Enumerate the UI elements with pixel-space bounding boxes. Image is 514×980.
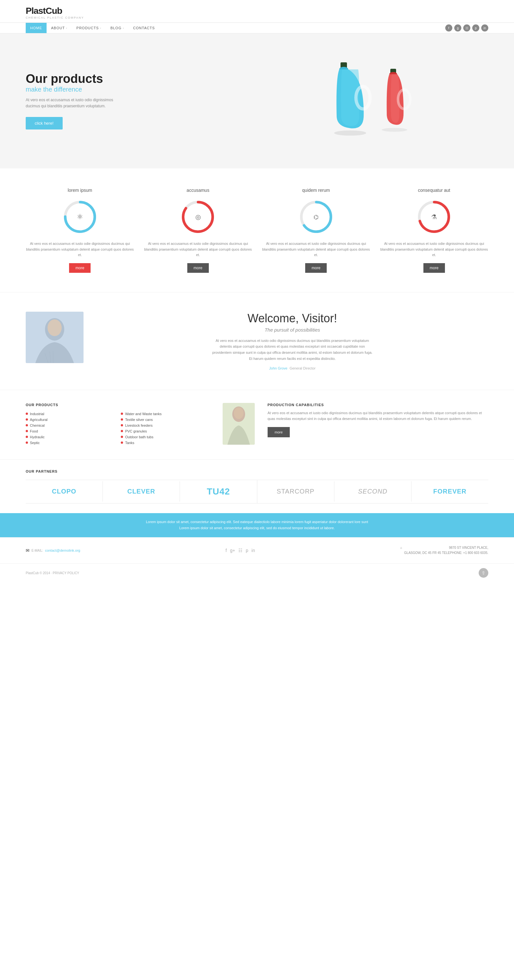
bullet-icon (26, 424, 28, 426)
footer-address: ⌂ 9870 ST VINCENT PLACE, GLASGOW, DC 45 … (400, 545, 488, 555)
bullet-icon (121, 412, 123, 415)
stat-desc-4: At vero eos et accusamus et iusto odie d… (380, 241, 489, 258)
email-icon: ✉ (26, 548, 30, 553)
partner-second: SECOND (334, 481, 412, 501)
welcome-title: Welcome, Visitor! (96, 312, 488, 325)
linkedin-icon[interactable]: in (481, 24, 488, 32)
address-line2: GLASGOW, DC 45 FR 45 TELEPHONE: +1 800 6… (404, 550, 488, 555)
email-label: E-MAIL: (32, 549, 43, 552)
facebook-icon[interactable]: f (445, 24, 452, 32)
stat-item-4: consequatur aut ⚗ At vero eos et accusam… (380, 188, 489, 273)
products-section: OUR PRODUCTS Industrial Agricultural Che… (0, 390, 514, 460)
stat-item-1: lorem ipsum ⚛ At vero eos et accusamus e… (26, 188, 134, 273)
list-item: Textile silver cans (121, 418, 210, 422)
welcome-section: Welcome, Visitor! The pursuit of possibi… (0, 292, 514, 390)
footer-pinterest-icon[interactable]: p (246, 548, 248, 553)
stat-desc-3: At vero eos et accusamus et iusto odie d… (262, 241, 371, 258)
stat-circle-2: ◎ (180, 199, 216, 235)
bullet-icon (121, 430, 123, 432)
hero-text: Our products make the difference At vero… (26, 72, 257, 129)
stat-circle-1: ⚛ (62, 199, 98, 235)
donut-chart-3: ⌬ (298, 199, 334, 235)
stat-circle-3: ⌬ (298, 199, 334, 235)
pinterest-icon[interactable]: p (472, 24, 479, 32)
nav-contacts[interactable]: CONTACTS (129, 23, 159, 33)
hero-title: Our products (26, 72, 257, 86)
stat-label-4: consequatur aut (380, 188, 489, 193)
svg-text:◎: ◎ (195, 213, 201, 220)
svg-point-7 (382, 128, 407, 132)
nav-about[interactable]: ABOUT · (46, 23, 72, 33)
bullet-icon (121, 441, 123, 444)
partners-heading: OUR PARTNERS (26, 469, 488, 473)
bottles-illustration (321, 53, 424, 149)
footer-social-icons: f g+ ☷ p in (226, 548, 255, 553)
products-heading: OUR PRODUCTS (26, 403, 210, 407)
svg-text:⚗: ⚗ (431, 213, 437, 220)
donut-chart-4: ⚗ (416, 199, 452, 235)
nav-products[interactable]: PRODUCTS · (72, 23, 106, 33)
scroll-to-top-button[interactable]: ⇧ (479, 568, 488, 578)
products-columns: Industrial Agricultural Chemical Food Hy… (26, 412, 210, 447)
list-item: Industrial (26, 412, 115, 416)
stat-desc-1: At vero eos et accusamus et iusto odie d… (26, 241, 134, 258)
welcome-author-line: John Grove General Director (96, 366, 488, 371)
bullet-icon (26, 441, 28, 444)
google-plus-icon[interactable]: g (454, 24, 461, 32)
list-item: Tanks (121, 441, 210, 445)
list-item: Hydraulic (26, 435, 115, 439)
welcome-author: John Grove (269, 366, 288, 370)
list-item: Food (26, 429, 115, 433)
stat-btn-1[interactable]: more (69, 263, 91, 273)
partner-starcorp: STARCORP (257, 481, 334, 501)
partners-section: OUR PARTNERS CLOPO CLEVER TU42 STARCORP … (0, 460, 514, 513)
donut-chart-1: ⚛ (62, 199, 98, 235)
social-icons: f g ☷ p in (445, 24, 488, 32)
email-link[interactable]: contact@demolink.org (45, 549, 80, 552)
donut-chart-2: ◎ (180, 199, 216, 235)
bullet-icon (26, 430, 28, 432)
rss-icon[interactable]: ☷ (463, 24, 470, 32)
stat-item-3: quidem rerum ⌬ At vero eos et accusamus … (262, 188, 371, 273)
welcome-image (26, 312, 84, 363)
partner-forever: FOREVER (412, 481, 488, 501)
stat-circle-4: ⚗ (416, 199, 452, 235)
capabilities-more-button[interactable]: more (267, 427, 290, 437)
hero-cta-button[interactable]: click here! (26, 117, 63, 129)
brand-tagline: CHEMICAL PLASTIC COMPANY (26, 16, 84, 19)
bullet-icon (121, 436, 123, 438)
footer-google-icon[interactable]: g+ (230, 548, 235, 553)
nav-blog[interactable]: BLOG · (106, 23, 129, 33)
bullet-icon (26, 418, 28, 421)
footer-rss-icon[interactable]: ☷ (239, 548, 243, 553)
hero-section: Our products make the difference At vero… (0, 33, 514, 169)
stat-btn-3[interactable]: more (305, 263, 327, 273)
footer-email-section: ✉ E-MAIL: contact@demolink.org (26, 548, 80, 553)
stat-label-2: accusamus (144, 188, 253, 193)
stat-item-2: accusamus ◎ At vero eos et accusamus et … (144, 188, 253, 273)
footer-linkedin-icon[interactable]: in (251, 548, 255, 553)
footer: ✉ E-MAIL: contact@demolink.org f g+ ☷ p … (0, 537, 514, 563)
list-item: Livestock feeders (121, 423, 210, 427)
svg-text:⚛: ⚛ (77, 213, 83, 221)
svg-point-25 (234, 407, 243, 419)
stat-btn-2[interactable]: more (187, 263, 209, 273)
info-banner: Lorem ipsum dolor sit amet, consectetur … (0, 513, 514, 538)
bullet-icon (26, 412, 28, 415)
person-photo (26, 312, 84, 363)
nav-links: HOME ABOUT · PRODUCTS · BLOG · CONTACTS (26, 23, 159, 33)
welcome-tagline: The pursuit of possibilities (96, 327, 488, 332)
list-item: Outdoor bath tubs (121, 435, 210, 439)
copyright-text: PlastCub © 2014 · PRIVACY POLICY (26, 571, 80, 575)
footer-facebook-icon[interactable]: f (226, 548, 227, 553)
banner-text-2: Lorem ipsum dolor sit amet, consectetur … (26, 525, 488, 531)
nav-home[interactable]: HOME (26, 23, 46, 33)
address-line1: 9870 ST VINCENT PLACE, (404, 545, 488, 550)
list-item: PVC granules (121, 429, 210, 433)
hero-image (257, 53, 488, 149)
hero-description: At vero eos et accusamus et iusto odio d… (26, 97, 116, 109)
stat-btn-4[interactable]: more (423, 263, 445, 273)
address-icon-line: ⌂ 9870 ST VINCENT PLACE, GLASGOW, DC 45 … (400, 545, 488, 555)
capabilities-text: At vero eos et accusamus et iusto odio d… (267, 410, 488, 422)
bullet-icon (121, 424, 123, 426)
